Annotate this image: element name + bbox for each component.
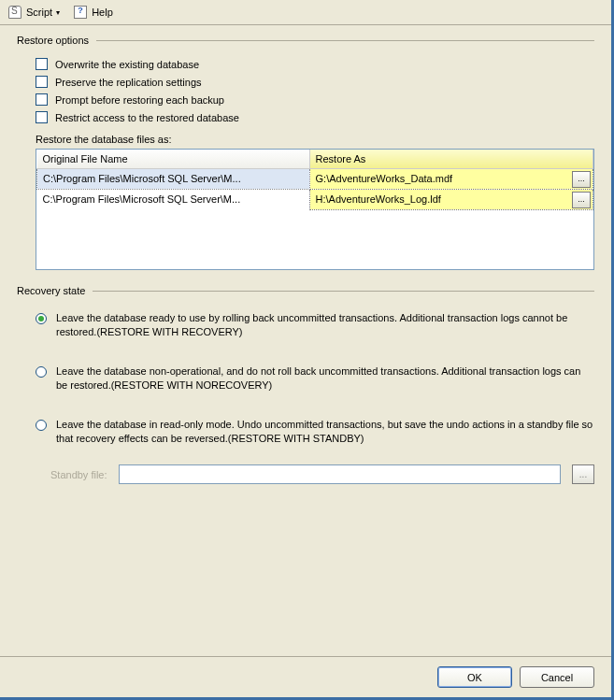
cell-restoreas: G:\AdventureWorks_Data.mdf ... [309,168,593,189]
overwrite-row: Overwrite the existing database [17,55,594,73]
toolbar: Script ▾ Help [0,0,611,25]
cell-restoreas: H:\AdventureWorks_Log.ldf ... [309,189,593,209]
prompt-checkbox[interactable] [36,93,48,106]
recovery-opt3-radio[interactable] [36,420,47,431]
col-restoreas-header[interactable]: Restore As [309,150,593,168]
restore-files-label: Restore the database files as: [17,126,594,149]
table-row[interactable]: C:\Program Files\Microsoft SQL Server\M.… [37,168,593,189]
recovery-opt3-label: Leave the database in read-only mode. Un… [56,418,594,447]
standby-file-row: Standby file: ... [17,464,594,493]
recovery-opt2-radio[interactable] [36,366,47,378]
overwrite-label: Overwrite the existing database [55,59,199,70]
preserve-row: Preserve the replication settings [17,73,594,91]
script-icon [7,5,22,20]
recovery-opt1-label: Leave the database ready to use by rolli… [56,311,594,340]
restrict-row: Restrict access to the restored database [17,108,594,126]
overwrite-checkbox[interactable] [36,58,48,70]
standby-file-label: Standby file: [50,469,107,480]
restore-files-table: Original File Name Restore As C:\Program… [36,149,594,270]
standby-browse-button[interactable]: ... [572,464,594,484]
recovery-opt1-row: Leave the database ready to use by rolli… [17,306,594,359]
recovery-opt2-label: Leave the database non-operational, and … [56,364,594,393]
ok-button[interactable]: OK [437,666,512,688]
help-menu[interactable]: Help [73,5,113,20]
preserve-label: Preserve the replication settings [55,77,202,88]
recovery-opt3-row: Leave the database in read-only mode. Un… [17,412,594,465]
cancel-button[interactable]: Cancel [520,666,594,688]
cell-original: C:\Program Files\Microsoft SQL Server\M.… [37,189,310,209]
recovery-state-legend: Recovery state [17,285,594,296]
recovery-state-group: Recovery state Leave the database ready … [17,285,594,493]
help-label: Help [92,7,113,18]
help-icon [73,5,88,20]
dialog-footer: OK Cancel [0,656,611,697]
prompt-row: Prompt before restoring each backup [17,91,594,108]
restore-options-group: Restore options Overwrite the existing d… [17,35,594,270]
cell-original: C:\Program Files\Microsoft SQL Server\M.… [37,168,310,189]
recovery-opt1-radio[interactable] [36,313,47,324]
restore-options-legend: Restore options [17,35,594,46]
browse-button[interactable]: ... [572,171,591,188]
standby-file-input[interactable] [119,464,561,484]
script-label: Script [26,7,52,18]
content-area: Restore options Overwrite the existing d… [0,25,611,656]
script-menu[interactable]: Script ▾ [7,5,60,20]
recovery-opt2-row: Leave the database non-operational, and … [17,359,594,412]
browse-button[interactable]: ... [572,192,591,208]
chevron-down-icon: ▾ [56,8,60,17]
preserve-checkbox[interactable] [36,76,48,88]
table-row[interactable]: C:\Program Files\Microsoft SQL Server\M.… [37,189,593,209]
restrict-label: Restrict access to the restored database [55,112,239,123]
restrict-checkbox[interactable] [36,111,48,123]
prompt-label: Prompt before restoring each backup [55,94,224,106]
col-original-header[interactable]: Original File Name [37,150,310,168]
